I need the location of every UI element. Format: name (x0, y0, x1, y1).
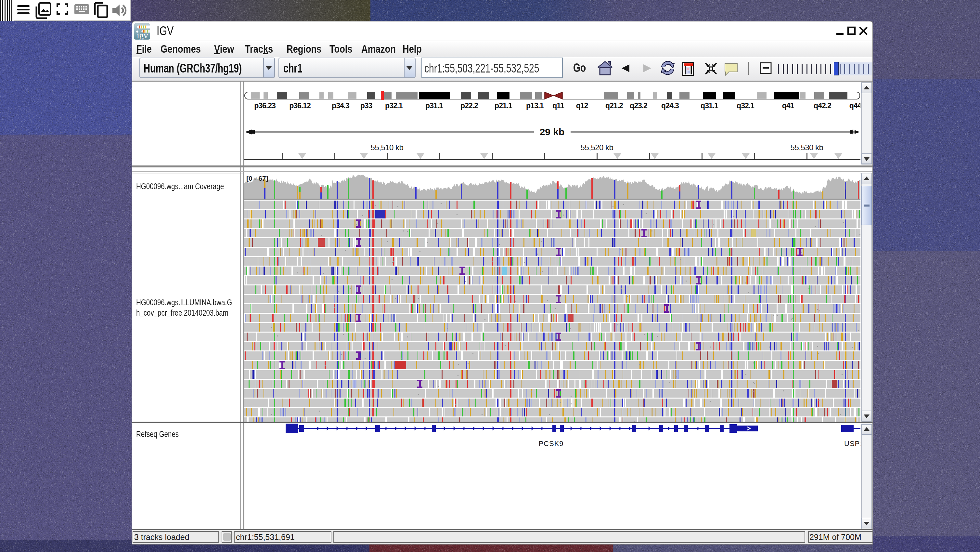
svg-text:p36.23: p36.23 (254, 101, 275, 110)
svg-text:p13.1: p13.1 (526, 101, 544, 110)
svg-text:q44: q44 (850, 101, 861, 110)
svg-text:igv: igv (137, 30, 148, 40)
svg-text:p31.1: p31.1 (425, 101, 443, 110)
svg-text:p32.1: p32.1 (385, 101, 403, 110)
svg-text:q42.2: q42.2 (814, 101, 831, 110)
svg-text:55,530 kb: 55,530 kb (791, 143, 823, 152)
svg-text:q11: q11 (552, 101, 565, 110)
svg-text:55,510 kb: 55,510 kb (371, 143, 404, 152)
svg-text:PCSK9: PCSK9 (538, 440, 563, 448)
svg-text:[0 - 67]: [0 - 67] (246, 175, 268, 182)
svg-text:p22.2: p22.2 (460, 101, 478, 110)
svg-text:p21.1: p21.1 (495, 101, 512, 110)
svg-text:p33: p33 (360, 101, 372, 110)
svg-text:q23.2: q23.2 (630, 101, 647, 110)
svg-text:q24.3: q24.3 (661, 101, 679, 110)
svg-text:55,520 kb: 55,520 kb (581, 143, 614, 152)
svg-text:q21.2: q21.2 (605, 101, 623, 110)
svg-text:q12: q12 (576, 101, 588, 110)
svg-text:USP2: USP2 (844, 440, 861, 448)
svg-text:p36.12: p36.12 (289, 101, 311, 110)
svg-text:q32.1: q32.1 (737, 101, 754, 110)
svg-text:p34.3: p34.3 (332, 101, 349, 110)
svg-text:q41: q41 (782, 101, 794, 110)
svg-text:q31.1: q31.1 (700, 101, 718, 110)
svg-text:29 kb: 29 kb (540, 126, 565, 137)
